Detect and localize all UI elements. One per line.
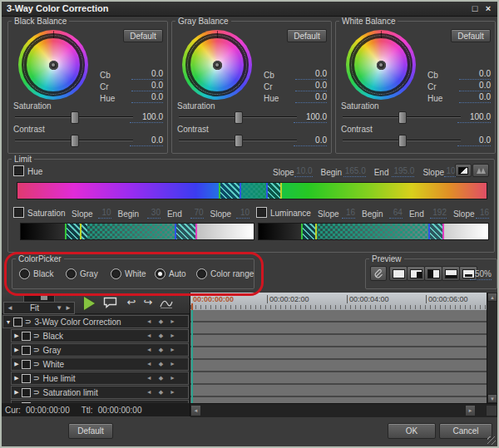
track-checkbox[interactable] [13,318,22,327]
preview-zoom-value[interactable]: 50% [470,269,492,280]
scroll-left-button[interactable]: ◄ [190,405,201,416]
maximize-icon[interactable]: □ [469,2,481,14]
saturation-value[interactable]: 100.0 [294,112,327,123]
sat-begin-slope-marker[interactable] [65,224,67,239]
scroll-down-button[interactable]: ▼ [487,394,497,403]
contrast-slider[interactable] [15,135,133,145]
hue-value[interactable]: 0.0 [131,92,163,103]
lum-end-slope-marker[interactable] [442,224,444,239]
begin-value[interactable]: 165.0 [343,166,366,177]
curve-button[interactable] [160,298,173,312]
slider-thumb[interactable] [71,135,79,147]
expand-closed-icon[interactable]: ▶ [12,375,22,382]
hue-value[interactable]: 0.0 [295,92,327,103]
preview-split-left-button[interactable] [424,266,442,281]
keyframe-nav-icons[interactable]: ◄ ◆ ► [146,347,178,353]
histogram-button[interactable] [472,164,489,177]
track-row-gray[interactable]: ▶ ⊃ Gray ◄ ◆ ► [11,343,189,357]
vertical-scrollbar[interactable]: ▲ ▼ [487,293,497,403]
horizontal-scrollbar[interactable]: ◄ ► [190,403,497,417]
radio-icon[interactable] [111,268,121,279]
hue-end-slope-marker[interactable] [280,183,282,199]
track-reset-icon[interactable]: ⊃ [33,346,40,354]
timeline-lanes[interactable] [190,310,487,403]
resize-grip[interactable] [487,436,496,445]
radio-icon[interactable] [155,268,166,279]
cb-value[interactable]: 0.0 [459,69,491,80]
hue-value[interactable]: 0.0 [459,92,491,103]
fit-right-icon[interactable]: ► [62,304,74,312]
slope-value[interactable]: 10.0 [294,166,313,177]
colorpicker-option-auto[interactable]: Auto [155,268,186,279]
preview-full-button[interactable] [389,266,408,281]
colorpicker-option-gray[interactable]: Gray [66,268,98,279]
cr-value[interactable]: 0.0 [131,81,163,91]
color-wheel[interactable] [182,30,252,100]
scroll-right-button[interactable]: ► [465,405,476,416]
playhead-line[interactable] [191,310,193,403]
clip-button[interactable] [370,266,387,281]
slider-thumb[interactable] [41,295,47,300]
contrast-slider[interactable] [343,135,461,145]
keyframe-nav-icons[interactable]: ◄ ◆ ► [146,375,178,382]
redo-button[interactable]: ↪ [142,296,154,309]
default-button[interactable]: Default [287,29,327,42]
lum-begin-slope-marker[interactable] [301,224,303,239]
radio-icon[interactable] [66,268,77,279]
play-button[interactable] [84,297,95,310]
track-checkbox[interactable] [22,374,31,383]
default-button[interactable]: Default [123,29,163,42]
slope-value[interactable]: 10 [98,208,111,219]
end-value[interactable]: 192 [430,208,447,219]
hue-checkbox[interactable] [13,165,24,176]
cancel-button[interactable]: Cancel [439,423,492,439]
keyframe-nav-icons[interactable]: ◄ ◆ ► [146,389,178,396]
key-display-button[interactable] [455,164,472,177]
slider-thumb[interactable] [235,111,243,124]
lum-end-marker[interactable] [428,224,430,239]
luminance-checkbox[interactable] [256,207,267,218]
radio-icon[interactable] [196,268,207,279]
fit-down-icon[interactable]: ▼ [56,304,62,312]
scroll-up-button[interactable]: ▲ [487,293,497,302]
track-reset-icon[interactable]: ⊃ [33,374,40,382]
keyframe-nav-icons[interactable]: ◄ ◆ ► [146,361,178,367]
preview-split-bottom-button[interactable] [442,266,460,281]
luminance-limit-gradient-bar[interactable] [258,223,489,240]
track-checkbox[interactable] [22,332,31,341]
title-bar[interactable]: 3-Way Color Correction □ × [2,2,497,17]
slope-value[interactable]: 10 [236,208,250,219]
sat-end-marker[interactable] [175,224,176,239]
expand-closed-icon[interactable]: ▶ [12,332,22,339]
expand-closed-icon[interactable]: ▶ [12,347,22,353]
colorpicker-option-color-range[interactable]: Color range [196,268,254,279]
contrast-value[interactable]: 0.0 [294,135,327,146]
wheel-balance-handle[interactable] [213,61,222,70]
keyframe-nav-icons[interactable]: ◄ ◆ ► [146,332,178,339]
slider-thumb[interactable] [71,111,79,124]
track-checkbox[interactable] [22,360,31,369]
saturation-checkbox[interactable] [13,207,24,218]
contrast-value[interactable]: 0.0 [457,135,491,146]
cr-value[interactable]: 0.0 [459,81,491,91]
track-checkbox[interactable] [22,388,31,397]
saturation-slider[interactable] [15,111,133,122]
luminance-limit-toggle[interactable]: Luminance [256,207,311,218]
sat-begin-marker[interactable] [80,224,82,239]
cb-value[interactable]: 0.0 [131,69,163,80]
hue-begin-slope-marker[interactable] [219,183,220,199]
slope-value[interactable]: 16 [476,208,489,219]
track-reset-icon[interactable]: ⊃ [33,332,40,340]
fit-left-icon[interactable]: ◄ [4,304,13,312]
cb-value[interactable]: 0.0 [295,69,327,80]
ok-button[interactable]: OK [388,423,436,439]
begin-value[interactable]: 64 [389,208,403,219]
colorpicker-option-black[interactable]: Black [19,268,53,279]
comment-button[interactable] [103,297,117,312]
saturation-limit-toggle[interactable]: Saturation [13,207,66,218]
slider-thumb[interactable] [235,135,243,147]
color-wheel[interactable] [18,30,88,100]
keyframe-nav-icons[interactable]: ◄ ◆ ► [146,318,178,325]
track-reset-icon[interactable]: ⊃ [33,360,40,368]
contrast-slider[interactable] [179,135,297,145]
